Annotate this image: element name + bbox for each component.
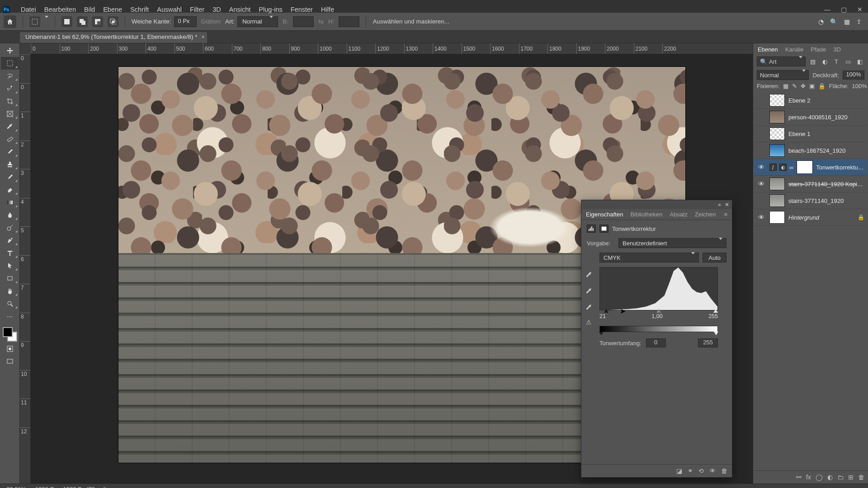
eyedropper-tool[interactable]: [1, 120, 19, 133]
window-close-button[interactable]: ✕: [852, 6, 868, 13]
eraser-tool[interactable]: [1, 183, 19, 196]
menu-filter[interactable]: Filter: [190, 6, 204, 13]
selection-add-button[interactable]: [77, 16, 88, 27]
output-white-input[interactable]: 255: [698, 338, 718, 347]
black-point-slider[interactable]: [604, 309, 609, 313]
filter-adjust-icon[interactable]: ◐: [820, 57, 829, 66]
blend-mode-dropdown[interactable]: Normal: [757, 70, 809, 80]
move-tool[interactable]: [1, 44, 19, 57]
filter-smart-icon[interactable]: ◧: [855, 57, 864, 66]
eyedropper-gray-button[interactable]: [584, 286, 594, 296]
frame-tool[interactable]: [1, 108, 19, 120]
lock-position-icon[interactable]: ✥: [801, 83, 806, 89]
screenmode-button[interactable]: [1, 355, 19, 368]
tab-zeichen[interactable]: Zeichen: [695, 211, 716, 218]
foreground-color-swatch[interactable]: [3, 327, 13, 337]
window-maximize-button[interactable]: ▢: [835, 6, 852, 13]
layer-thumbnail[interactable]: [769, 111, 785, 123]
menu-ebene[interactable]: Ebene: [103, 6, 122, 13]
layer-row[interactable]: 👁ƒ◐∞Tonwertkorrektur 1: [754, 159, 867, 176]
layer-row[interactable]: beach-1867524_1920: [754, 142, 867, 159]
layer-name[interactable]: stairs-3771140_1920: [788, 197, 864, 204]
layer-group-icon[interactable]: 🗀: [837, 474, 844, 481]
layer-visibility-toggle[interactable]: 👁: [757, 180, 766, 188]
layer-name[interactable]: beach-1867524_1920: [788, 147, 864, 154]
layer-thumbnail[interactable]: [769, 211, 785, 224]
menu-plugins[interactable]: Plug-ins: [259, 6, 282, 13]
layer-row[interactable]: 👁Hintergrund🔒: [754, 209, 867, 226]
layer-visibility-toggle[interactable]: 👁: [757, 164, 766, 171]
tab-eigenschaften[interactable]: Eigenschaften: [586, 211, 623, 218]
black-point-value[interactable]: 21: [599, 313, 606, 319]
layer-filter-search[interactable]: 🔍 Art: [757, 56, 806, 66]
layer-name[interactable]: person-4008516_1920: [788, 114, 864, 121]
layer-thumbnail[interactable]: [769, 144, 785, 157]
tool-preset-dropdown[interactable]: [45, 18, 48, 25]
marquee-tool[interactable]: [1, 57, 19, 70]
cloud-docs-icon[interactable]: ◔: [818, 18, 824, 25]
reset-icon[interactable]: ⟲: [698, 467, 704, 474]
pen-tool[interactable]: [1, 234, 19, 247]
status-zoom[interactable]: 62,91%: [6, 486, 26, 488]
clip-to-layer-icon[interactable]: ◪: [676, 467, 682, 474]
lock-all-icon[interactable]: 🔒: [818, 83, 826, 89]
tab-pfade[interactable]: Pfade: [811, 46, 826, 53]
path-select-tool[interactable]: [1, 259, 19, 272]
quickmask-button[interactable]: [1, 343, 19, 355]
eyedropper-black-button[interactable]: [584, 270, 594, 280]
lock-pixels-icon[interactable]: ▦: [783, 83, 788, 89]
menu-auswahl[interactable]: Auswahl: [157, 6, 182, 13]
tab-ebenen[interactable]: Ebenen: [758, 46, 778, 53]
layer-visibility-toggle[interactable]: 👁: [757, 214, 766, 221]
panel-collapse-icon[interactable]: «: [718, 202, 721, 208]
healing-tool[interactable]: [1, 133, 19, 145]
zoom-tool[interactable]: [1, 297, 19, 310]
menu-datei[interactable]: Datei: [21, 6, 36, 13]
ruler-origin[interactable]: [20, 43, 31, 54]
menu-ansicht[interactable]: Ansicht: [229, 6, 251, 13]
layer-adjustment-icon[interactable]: ◐: [827, 474, 833, 481]
document-tab[interactable]: Unbenannt-1 bei 62,9% (Tonwertkorrektur …: [20, 32, 207, 43]
layer-mask-thumbnail[interactable]: [797, 161, 812, 174]
dodge-tool[interactable]: [1, 221, 19, 234]
layer-thumbnail[interactable]: [769, 127, 785, 140]
brush-tool[interactable]: [1, 145, 19, 158]
stamp-tool[interactable]: [1, 158, 19, 171]
selection-new-button[interactable]: [61, 16, 72, 27]
layer-mask-icon[interactable]: ◯: [816, 474, 823, 481]
visibility-icon[interactable]: 👁: [709, 467, 716, 474]
layer-row[interactable]: Ebene 2: [754, 92, 867, 109]
mask-mode-icon[interactable]: [599, 225, 609, 233]
document-tab-close-icon[interactable]: ×: [201, 34, 204, 40]
feather-input[interactable]: 0 Px: [174, 16, 197, 27]
filter-shape-icon[interactable]: ▭: [844, 57, 853, 66]
layer-name[interactable]: Tonwertkorrektur 1: [816, 164, 864, 171]
panel-menu-icon[interactable]: ≡: [724, 211, 727, 218]
ruler-vertical[interactable]: 00123456789101112: [20, 54, 31, 483]
tab-3d[interactable]: 3D: [833, 46, 841, 53]
eyedropper-white-button[interactable]: [584, 302, 594, 312]
layer-link-icon[interactable]: ⚯: [796, 474, 802, 481]
home-button[interactable]: [4, 15, 16, 28]
properties-panel[interactable]: « ✕ Eigenschaften Bibliotheken Absatz Ze…: [581, 200, 732, 478]
output-white-slider[interactable]: [714, 332, 718, 335]
layer-name[interactable]: Ebene 2: [788, 97, 864, 104]
menu-fenster[interactable]: Fenster: [291, 6, 313, 13]
gamut-warning-icon[interactable]: ⚠: [583, 319, 594, 326]
opacity-input[interactable]: 100%: [843, 70, 864, 80]
workspace-icon[interactable]: ▦: [844, 18, 850, 25]
menu-bild[interactable]: Bild: [84, 6, 95, 13]
gradient-tool[interactable]: [1, 196, 19, 209]
select-and-mask-button[interactable]: Auswählen und maskieren...: [373, 18, 449, 25]
lock-artboard-icon[interactable]: ▣: [809, 83, 815, 89]
channel-dropdown[interactable]: CMYK: [599, 253, 699, 263]
type-tool[interactable]: [1, 247, 19, 259]
filter-pixel-icon[interactable]: ▧: [808, 57, 817, 66]
marquee-tool-indicator[interactable]: [29, 16, 40, 27]
menu-schrift[interactable]: Schrift: [130, 6, 149, 13]
layer-name[interactable]: stairs-3771140_1920 Kopie...: [788, 181, 864, 188]
share-icon[interactable]: ⇪: [856, 18, 862, 25]
layers-list[interactable]: Ebene 2person-4008516_1920Ebene 1beach-1…: [753, 92, 868, 470]
layer-row[interactable]: Ebene 1: [754, 126, 867, 142]
menu-hilfe[interactable]: Hilfe: [321, 6, 334, 13]
